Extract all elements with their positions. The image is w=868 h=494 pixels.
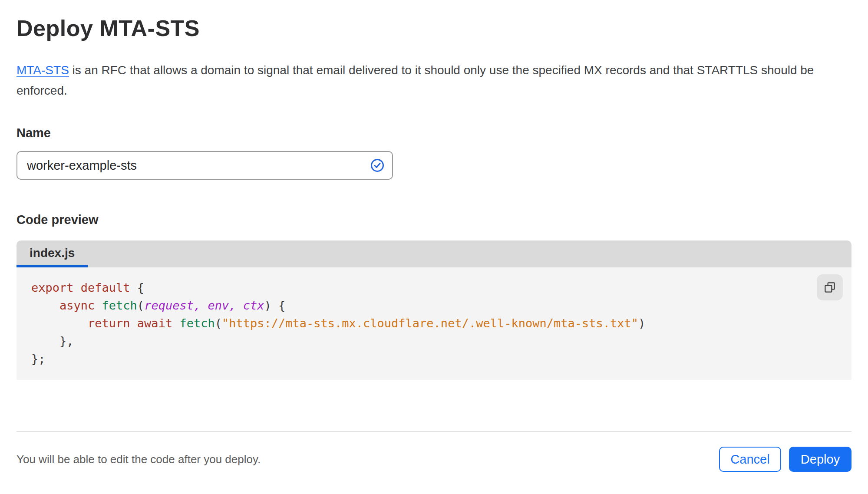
cancel-button[interactable]: Cancel <box>719 447 781 472</box>
footer-note: You will be able to edit the code after … <box>17 453 261 466</box>
code-line: }, <box>31 332 799 350</box>
footer: You will be able to edit the code after … <box>17 447 851 472</box>
code-editor: export default { async fetch(request, en… <box>17 267 851 380</box>
page-description: MTA-STS is an RFC that allows a domain t… <box>17 60 842 101</box>
code-line: return await fetch("https://mta-sts.mx.c… <box>31 314 799 332</box>
copy-icon <box>823 281 836 294</box>
check-circle-icon <box>370 158 384 172</box>
mta-sts-link[interactable]: MTA-STS <box>17 63 69 77</box>
name-field-wrap <box>17 151 393 180</box>
copy-code-button[interactable] <box>817 274 843 300</box>
name-input[interactable] <box>17 151 393 180</box>
code-preview-block: index.js export default { async fetch(re… <box>17 240 851 380</box>
code-tab-bar: index.js <box>17 240 851 267</box>
page-title: Deploy MTA-STS <box>17 16 851 41</box>
name-field-label: Name <box>17 126 851 140</box>
deploy-button[interactable]: Deploy <box>789 447 851 472</box>
code-line: }; <box>31 350 799 368</box>
code-content: export default { async fetch(request, en… <box>31 279 799 368</box>
description-text: is an RFC that allows a domain to signal… <box>17 63 814 97</box>
footer-divider <box>17 431 851 432</box>
code-line: async fetch(request, env, ctx) { <box>31 296 799 314</box>
deploy-mta-sts-page: Deploy MTA-STS MTA-STS is an RFC that al… <box>0 0 868 472</box>
code-line: export default { <box>31 279 799 296</box>
footer-actions: Cancel Deploy <box>719 447 851 472</box>
code-preview-label: Code preview <box>17 213 851 227</box>
tab-index-js[interactable]: index.js <box>17 240 88 267</box>
